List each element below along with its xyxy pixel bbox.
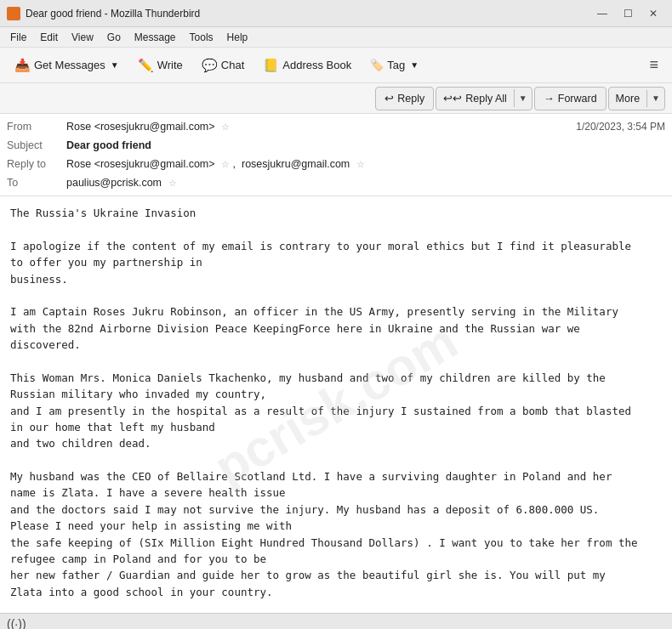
reply-all-label: Reply All bbox=[465, 93, 507, 105]
chat-label: Chat bbox=[221, 59, 244, 71]
chat-button[interactable]: 💬 Chat bbox=[194, 52, 252, 79]
email-header: From Rose <rosesjukru@gmail.com> ☆ 1/20/… bbox=[0, 114, 672, 196]
reply-all-dropdown[interactable]: ▼ bbox=[515, 91, 532, 105]
window-title: Dear good friend - Mozilla Thunderbird bbox=[26, 8, 590, 20]
subject-label: Subject bbox=[7, 139, 66, 151]
minimize-button[interactable]: — bbox=[590, 4, 614, 23]
to-email: paulius@pcrisk.com bbox=[66, 177, 162, 189]
chat-icon: 💬 bbox=[202, 58, 218, 73]
to-label: To bbox=[7, 177, 66, 189]
address-book-icon: 📒 bbox=[263, 58, 279, 73]
tag-button[interactable]: 🏷️ Tag ▼ bbox=[362, 52, 426, 79]
to-value: paulius@pcrisk.com ☆ bbox=[66, 177, 665, 189]
write-label: Write bbox=[157, 59, 183, 71]
forward-icon: → bbox=[544, 92, 555, 105]
tag-icon: 🏷️ bbox=[370, 59, 384, 71]
reply-button[interactable]: ↩ Reply bbox=[375, 87, 434, 110]
reply-all-icon: ↩↩ bbox=[443, 92, 462, 105]
get-messages-label: Get Messages bbox=[34, 59, 105, 71]
window-controls: — ☐ ✕ bbox=[590, 4, 665, 23]
action-bar: ↩ Reply ↩↩ Reply All ▼ → Forward More ▼ bbox=[0, 83, 672, 114]
reply-to-row: Reply to Rose <rosesjukru@gmail.com> ☆ ,… bbox=[0, 155, 672, 173]
subject-value: Dear good friend bbox=[66, 139, 665, 151]
menu-tools[interactable]: Tools bbox=[183, 30, 220, 45]
address-book-button[interactable]: 📒 Address Book bbox=[255, 52, 359, 79]
wifi-icon: ((·)) bbox=[7, 617, 26, 630]
from-value: Rose <rosesjukru@gmail.com> ☆ bbox=[66, 121, 576, 133]
to-row: To paulius@pcrisk.com ☆ bbox=[0, 173, 672, 192]
reply-label: Reply bbox=[397, 93, 424, 105]
reply-icon: ↩ bbox=[384, 92, 394, 105]
from-label: From bbox=[7, 121, 66, 133]
menu-file[interactable]: File bbox=[3, 30, 33, 45]
from-name-email: Rose <rosesjukru@gmail.com> bbox=[66, 121, 215, 133]
reply-to-star-icon[interactable]: ☆ bbox=[221, 159, 230, 169]
menu-help[interactable]: Help bbox=[220, 30, 255, 45]
email-body: pcrisk.com The Russia's Ukraine Invasion… bbox=[0, 196, 672, 613]
more-split-button: More ▼ bbox=[608, 87, 665, 110]
write-icon: ✏️ bbox=[138, 58, 154, 73]
menu-view[interactable]: View bbox=[65, 30, 100, 45]
forward-label: Forward bbox=[558, 93, 597, 105]
email-body-text: The Russia's Ukraine Invasion I apologiz… bbox=[10, 205, 662, 613]
get-messages-button[interactable]: 📥 Get Messages ▼ bbox=[7, 52, 127, 79]
maximize-button[interactable]: ☐ bbox=[616, 4, 640, 23]
address-book-label: Address Book bbox=[282, 59, 351, 71]
close-button[interactable]: ✕ bbox=[641, 4, 665, 23]
from-row: From Rose <rosesjukru@gmail.com> ☆ 1/20/… bbox=[0, 117, 672, 136]
reply-to-label: Reply to bbox=[7, 158, 66, 170]
to-star-icon[interactable]: ☆ bbox=[168, 178, 177, 188]
menu-bar: File Edit View Go Message Tools Help bbox=[0, 27, 672, 48]
write-button[interactable]: ✏️ Write bbox=[130, 52, 191, 79]
status-bar: ((·)) bbox=[0, 613, 672, 629]
menu-message[interactable]: Message bbox=[128, 30, 183, 45]
reply-to-name: Rose <rosesjukru@gmail.com> bbox=[66, 158, 215, 170]
reply-all-split-button: ↩↩ Reply All ▼ bbox=[436, 87, 532, 110]
app-icon bbox=[7, 7, 20, 20]
main-toolbar: 📥 Get Messages ▼ ✏️ Write 💬 Chat 📒 Addre… bbox=[0, 48, 672, 83]
from-star-icon[interactable]: ☆ bbox=[221, 122, 230, 132]
tag-dropdown-icon: ▼ bbox=[410, 60, 419, 70]
get-messages-icon: 📥 bbox=[14, 58, 31, 73]
subject-row: Subject Dear good friend bbox=[0, 136, 672, 155]
hamburger-menu-button[interactable]: ≡ bbox=[642, 53, 665, 77]
tag-label: Tag bbox=[387, 59, 405, 71]
reply-to-value: Rose <rosesjukru@gmail.com> ☆ , rosesjuk… bbox=[66, 158, 665, 170]
more-dropdown[interactable]: ▼ bbox=[647, 91, 664, 105]
menu-go[interactable]: Go bbox=[100, 30, 128, 45]
forward-button[interactable]: → Forward bbox=[534, 87, 607, 110]
reply-to-email2-star-icon[interactable]: ☆ bbox=[356, 159, 365, 169]
reply-to-separator: , bbox=[233, 158, 239, 170]
more-button[interactable]: More bbox=[609, 90, 647, 107]
menu-edit[interactable]: Edit bbox=[33, 30, 65, 45]
reply-to-email-2: rosesjukru@gmail.com bbox=[242, 158, 350, 170]
email-date: 1/20/2023, 3:54 PM bbox=[576, 121, 665, 133]
reply-all-button[interactable]: ↩↩ Reply All bbox=[436, 89, 515, 107]
more-label: More bbox=[616, 93, 640, 105]
get-messages-dropdown-icon[interactable]: ▼ bbox=[111, 60, 119, 70]
title-bar: Dear good friend - Mozilla Thunderbird —… bbox=[0, 0, 672, 27]
